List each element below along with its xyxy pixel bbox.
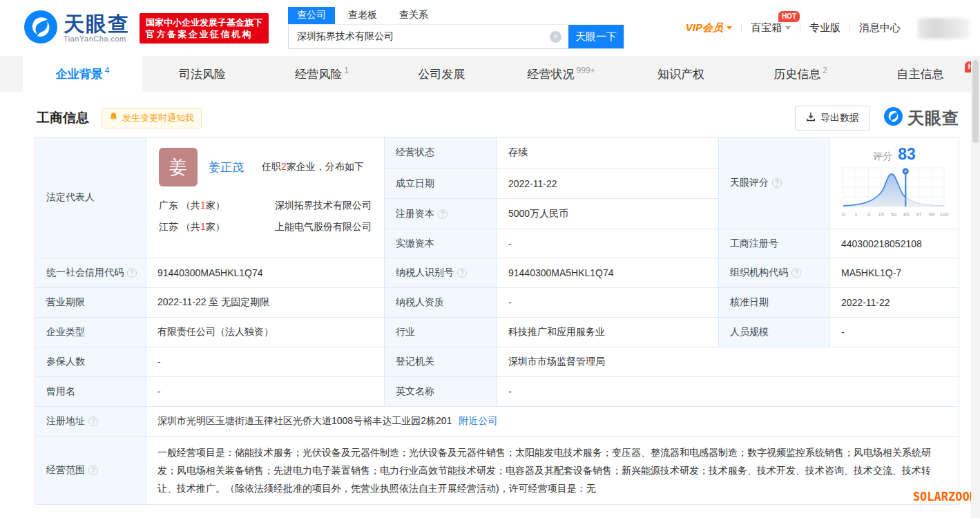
nearby-companies-link[interactable]: 附近公司 <box>459 415 497 428</box>
help-icon[interactable]: ? <box>88 466 98 475</box>
menu-toolbox[interactable]: HOT 百宝箱 <box>742 21 800 35</box>
value-taxpayer-quality: - <box>497 288 719 318</box>
value-registry-authority: 深圳市市场监督管理局 <box>497 347 959 377</box>
value-company-type: 有限责任公司（法人独资） <box>146 318 385 347</box>
message-center-label: 消息中心 <box>859 21 901 35</box>
legal-rep-distribution: 广东 （共1家） 深圳拓界技术有限公司 江苏 （共1家） 上能电气股份有限公司 <box>159 195 372 238</box>
tab-judicial-risk[interactable]: 司法风险 <box>142 56 262 92</box>
export-data-button[interactable]: 导出数据 <box>795 106 870 131</box>
label-registration-number: 工商注册号 <box>719 229 830 258</box>
watermark-brand-text: 天眼查 <box>907 107 959 129</box>
company-name: 深圳拓界技术有限公司 <box>275 195 372 216</box>
pro-version-label: 专业版 <box>809 21 840 35</box>
user-account-redacted[interactable] <box>918 18 969 39</box>
legal-rep-avatar[interactable]: 姜 <box>159 148 198 186</box>
business-info-section-bar: 工商信息 发生变更时通知我 导出数据 <box>0 92 980 137</box>
label-staff-size: 人员规模 <box>719 318 830 347</box>
tianyancha-logo-icon <box>24 10 57 46</box>
value-former-name: - <box>146 377 385 407</box>
value-insured-count: - <box>146 347 385 377</box>
tab-operating-risk[interactable]: 经营风险1 <box>262 56 382 92</box>
label-taxpayer-id: 纳税人识别号? <box>385 258 497 288</box>
tianyancha-watermark-logo: 天眼查 <box>884 107 959 129</box>
chevron-down-icon <box>727 26 732 30</box>
label-registered-capital: 注册资本? <box>385 199 497 229</box>
value-registration-number: 440300218052108 <box>830 229 959 258</box>
legal-rep-name-link[interactable]: 姜正茂 <box>209 161 244 174</box>
score-value: 83 <box>898 145 916 163</box>
notify-on-change-button[interactable]: 发生变更时通知我 <box>102 108 202 128</box>
value-registered-capital: 5000万人民币 <box>497 199 719 229</box>
svg-text:100: 100 <box>940 211 949 218</box>
label-business-scope: 经营范围? <box>35 437 146 505</box>
label-company-type: 企业类型 <box>35 318 146 347</box>
bell-icon <box>109 112 118 124</box>
search-tab-boss[interactable]: 查老板 <box>339 7 386 24</box>
tab-company-background[interactable]: 企业背景4 <box>23 56 142 92</box>
tab-company-development[interactable]: 公司发展 <box>382 56 501 92</box>
search-button[interactable]: 天眼一下 <box>568 25 624 48</box>
legal-representative-cell: 姜 姜正茂 任职2家企业，分布如下 广东 （共1家） 深圳拓界技术有限公司 江苏… <box>146 137 385 258</box>
solarzoom-watermark: SOLARZOOM <box>913 490 977 503</box>
svg-text:50: 50 <box>891 211 896 218</box>
tianyancha-logo-icon <box>884 107 903 128</box>
svg-text:99: 99 <box>929 211 934 218</box>
toolbox-hot-badge: HOT <box>778 11 800 22</box>
tianyancha-company-page: 天眼查 TianYanCha.com 国家中小企业发展子基金旗下 官方备案企业征… <box>0 0 980 518</box>
tab-self-info[interactable]: 自主信息 HOT <box>861 56 980 92</box>
help-icon[interactable]: ? <box>457 268 467 278</box>
vip-label: VIP会员 <box>686 21 723 35</box>
tab-intellectual-property[interactable]: 知识产权 <box>621 56 740 92</box>
help-icon[interactable]: ? <box>791 268 801 278</box>
scrollbar-thumb[interactable] <box>972 60 979 143</box>
clear-search-icon[interactable]: × <box>550 31 561 43</box>
toolbox-label: 百宝箱 <box>751 21 782 35</box>
value-business-status: 存续 <box>497 137 719 169</box>
header-menu: VIP会员 HOT 百宝箱 专业版 消息中心 <box>677 18 973 39</box>
label-insured-count: 参保人数 <box>35 347 146 377</box>
label-tyc-score: 天眼评分? <box>719 137 830 229</box>
tab-count: 1 <box>344 66 349 75</box>
search-input[interactable] <box>289 25 568 48</box>
score-title: 评分83 <box>873 145 916 164</box>
header: 天眼查 TianYanCha.com 国家中小企业发展子基金旗下 官方备案企业征… <box>0 0 980 56</box>
search-box: × 天眼一下 <box>288 25 624 49</box>
download-icon <box>806 112 816 124</box>
value-registered-address: 深圳市光明区玉塘街道玉律社区光侨大道1008号裕丰达工业园2栋201 附近公司 <box>146 407 959 437</box>
tab-count: 4 <box>105 66 110 75</box>
certification-badge-line2: 官方备案企业征信机构 <box>146 28 262 40</box>
tab-history-info[interactable]: 历史信息2 <box>741 56 861 92</box>
label-approval-date: 核准日期 <box>719 288 830 318</box>
menu-vip[interactable]: VIP会员 <box>677 21 741 35</box>
tab-operating-status[interactable]: 经营状况999+ <box>501 56 621 92</box>
help-icon[interactable]: ? <box>438 209 448 219</box>
section-bar-right: 导出数据 天眼查 <box>795 106 959 131</box>
search-tab-relation[interactable]: 查关系 <box>390 7 437 24</box>
label-org-code: 组织机构代码? <box>719 258 830 288</box>
value-business-term: 2022-11-22 至 无固定期限 <box>146 288 385 318</box>
tianyancha-logo[interactable]: 天眼查 TianYanCha.com <box>24 10 130 46</box>
section-title: 工商信息 <box>37 109 89 127</box>
label-industry: 行业 <box>385 318 497 347</box>
label-credit-code: 统一社会信用代码? <box>35 258 146 288</box>
label-established-date: 成立日期 <box>385 169 497 199</box>
certification-badge: 国家中小企业发展子基金旗下 官方备案企业征信机构 <box>140 13 269 44</box>
legal-rep-tenure: 任职2家企业，分布如下 <box>262 161 364 173</box>
help-icon[interactable]: ? <box>772 178 782 188</box>
search-tabs: 查公司 查老板 查关系 <box>288 7 624 25</box>
value-taxpayer-id: 91440300MA5HKL1Q74 <box>497 258 719 288</box>
list-item: 江苏 （共1家） 上能电气股份有限公司 <box>159 216 372 238</box>
value-approval-date: 2022-11-22 <box>830 288 959 318</box>
search-tab-company[interactable]: 查公司 <box>288 7 335 24</box>
help-icon[interactable]: ? <box>127 268 137 278</box>
value-credit-code: 91440300MA5HKL1Q74 <box>146 258 385 288</box>
help-icon[interactable]: ? <box>88 416 98 426</box>
value-org-code: MA5HKL1Q-7 <box>830 258 959 288</box>
tab-count: 2 <box>823 66 827 75</box>
menu-message-center[interactable]: 消息中心 <box>850 21 910 35</box>
business-info-table: 法定代表人 姜 姜正茂 任职2家企业，分布如下 广东 （共1家） 深圳拓界技术有… <box>35 137 959 503</box>
menu-pro-version[interactable]: 专业版 <box>800 21 849 35</box>
scrollbar[interactable] <box>971 56 980 518</box>
label-legal-representative: 法定代表人 <box>35 137 146 258</box>
value-english-name: - <box>497 377 959 407</box>
